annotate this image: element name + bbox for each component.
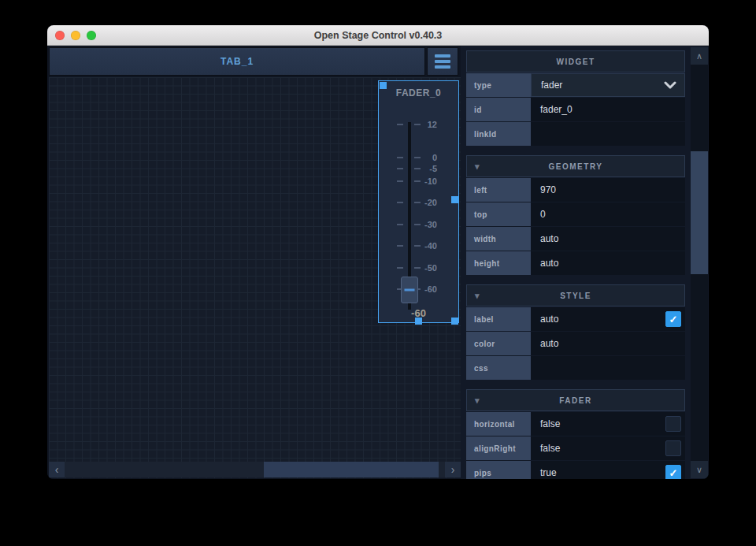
pip-dash-icon	[414, 267, 421, 269]
fader-pip: -30	[379, 220, 458, 229]
tab-tab1[interactable]: TAB_1	[49, 47, 425, 76]
property-key: top	[466, 202, 531, 226]
pip-dash-icon	[397, 124, 403, 125]
section-style: ▾ STYLE label auto ✓ color aut	[466, 284, 685, 380]
fader-pip: -10	[379, 176, 458, 186]
collapse-triangle-icon[interactable]: ▾	[475, 396, 480, 405]
property-key: left	[466, 178, 531, 202]
fader-pip: -60	[379, 284, 458, 294]
fader-widget[interactable]: FADER_0 12 0 -5 -10 -20 -30 -40 -50 -60 …	[378, 80, 459, 323]
resize-handle-right[interactable]	[451, 196, 458, 203]
pip-label: -50	[424, 263, 437, 273]
scroll-right-button[interactable]: ›	[445, 462, 461, 477]
scroll-down-button[interactable]: ∨	[691, 461, 708, 478]
pip-label: -20	[424, 198, 437, 207]
alignright-checkbox[interactable]: ✓	[665, 440, 681, 456]
property-row-width: width auto	[466, 227, 685, 251]
property-key: color	[466, 332, 531, 355]
width-input[interactable]: auto	[531, 227, 685, 251]
label-input[interactable]: auto ✓	[531, 307, 685, 331]
pip-dash-icon	[397, 180, 403, 182]
property-row-color: color auto	[466, 332, 685, 355]
menu-button[interactable]	[427, 47, 458, 76]
horizontal-checkbox[interactable]: ✓	[665, 416, 681, 432]
property-row-left: left 970	[466, 178, 685, 202]
property-key: width	[466, 227, 531, 251]
alignright-input[interactable]: false ✓	[531, 436, 685, 460]
editor-canvas[interactable]: FADER_0 12 0 -5 -10 -20 -30 -40 -50 -60 …	[49, 77, 461, 478]
section-title: WIDGET	[557, 58, 595, 66]
property-key: id	[466, 98, 531, 121]
zoom-window-button[interactable]	[87, 31, 96, 40]
resize-handle-top-left[interactable]	[380, 82, 387, 89]
check-icon: ✓	[669, 468, 678, 478]
pips-input[interactable]: true ✓	[531, 461, 685, 479]
section-title: FADER	[559, 396, 591, 405]
collapse-triangle-icon[interactable]: ▾	[475, 162, 480, 171]
resize-handle-bottom-right[interactable]	[451, 318, 458, 325]
property-panel: WIDGET type fader id	[466, 50, 685, 479]
top-input[interactable]: 0	[531, 202, 685, 226]
section-widget: WIDGET type fader id	[466, 50, 685, 146]
fader-widget-label: FADER_0	[379, 87, 458, 98]
section-title: GEOMETRY	[549, 162, 603, 171]
label-checkbox[interactable]: ✓	[665, 311, 681, 327]
close-window-button[interactable]	[55, 31, 65, 40]
color-input[interactable]: auto	[531, 332, 685, 355]
property-row-horizontal: horizontal false ✓	[466, 412, 685, 436]
property-row-pips: pips true ✓	[466, 461, 685, 479]
app-content: TAB_1 FADER_0 12 0 -5 -10 -20 -30 -40	[47, 46, 709, 479]
pip-dash-icon	[397, 224, 403, 225]
scroll-up-button[interactable]: ∧	[691, 47, 708, 65]
section-header-geometry[interactable]: ▾ GEOMETRY	[466, 155, 685, 177]
pip-dash-icon	[414, 124, 421, 125]
scroll-left-button[interactable]: ‹	[49, 462, 65, 477]
collapse-triangle-icon[interactable]: ▾	[475, 292, 480, 300]
property-key: height	[466, 251, 531, 275]
section-header-style[interactable]: ▾ STYLE	[466, 284, 685, 306]
pip-dash-icon	[414, 245, 421, 247]
property-key: alignRight	[466, 436, 531, 460]
tab-label: TAB_1	[220, 56, 254, 67]
property-row-id: id fader_0	[466, 98, 685, 121]
height-input[interactable]: auto	[531, 251, 685, 275]
v-scroll-thumb[interactable]	[691, 151, 708, 274]
type-select[interactable]: fader	[531, 73, 685, 97]
pip-label: -60	[424, 284, 437, 294]
hamburger-icon	[435, 54, 450, 69]
linkid-input[interactable]	[531, 122, 685, 146]
pip-dash-icon	[414, 224, 421, 225]
pip-label: -10	[424, 176, 437, 186]
knob-line-icon	[405, 289, 415, 292]
pip-dash-icon	[414, 180, 421, 182]
property-row-height: height auto	[466, 251, 685, 275]
window-titlebar[interactable]: Open Stage Control v0.40.3	[47, 25, 709, 46]
property-key: css	[466, 356, 531, 380]
v-scroll-track[interactable]	[691, 65, 708, 461]
minimize-window-button[interactable]	[71, 31, 80, 40]
h-scroll-track[interactable]	[65, 462, 445, 477]
horizontal-input[interactable]: false ✓	[531, 412, 685, 436]
css-input[interactable]	[531, 356, 685, 380]
canvas-horizontal-scrollbar[interactable]: ‹ ›	[49, 462, 461, 477]
sidebar-vertical-scrollbar[interactable]: ∧ ∨	[691, 46, 708, 479]
select-value: fader	[541, 80, 562, 91]
window-title: Open Stage Control v0.40.3	[314, 30, 443, 41]
app-window: Open Stage Control v0.40.3 TAB_1 FADER_0…	[47, 25, 709, 479]
resize-handle-bottom[interactable]	[415, 318, 422, 325]
pip-label: 0	[432, 153, 437, 162]
pip-dash-icon	[414, 157, 421, 158]
id-input[interactable]: fader_0	[531, 98, 685, 121]
left-input[interactable]: 970	[531, 178, 685, 202]
section-header-fader[interactable]: ▾ FADER	[466, 389, 685, 411]
property-key: type	[466, 73, 531, 97]
pips-checkbox[interactable]: ✓	[665, 465, 681, 479]
fader-pip: -40	[379, 241, 458, 251]
property-row-type: type fader	[466, 73, 685, 97]
pip-dash-icon	[397, 157, 403, 158]
pip-label: -5	[429, 164, 437, 173]
property-row-alignright: alignRight false ✓	[466, 436, 685, 460]
h-scroll-thumb[interactable]	[264, 462, 439, 477]
fader-knob[interactable]	[401, 277, 418, 303]
pip-dash-icon	[397, 168, 403, 169]
